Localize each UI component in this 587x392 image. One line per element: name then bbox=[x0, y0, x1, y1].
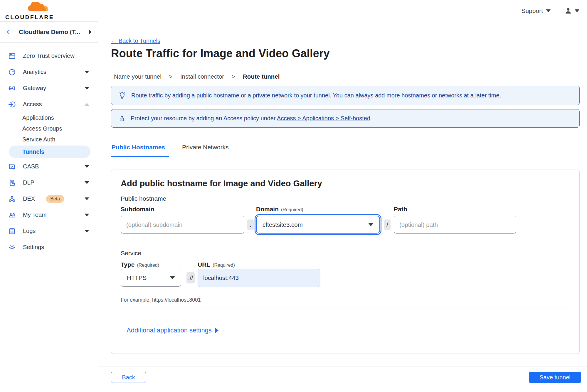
save-tunnel-button[interactable]: Save tunnel bbox=[529, 372, 581, 383]
required-hint: (Required) bbox=[213, 263, 235, 268]
document-lock-icon bbox=[8, 178, 16, 187]
sidebar-item-access-groups[interactable]: Access Groups bbox=[0, 123, 98, 134]
url-label-text: URL bbox=[198, 261, 210, 268]
back-to-tunnels-link[interactable]: ← Back to Tunnels bbox=[111, 38, 160, 44]
subdomain-label-text: Subdomain bbox=[121, 206, 154, 212]
left-arrow-glyph: ← bbox=[111, 38, 117, 44]
chevron-down-icon bbox=[170, 276, 175, 279]
sidebar-item-label: CASB bbox=[23, 163, 39, 170]
sidebar-item-label: Logs bbox=[23, 228, 36, 234]
domain-select[interactable]: cftestsite3.com bbox=[256, 216, 380, 234]
chevron-right-icon bbox=[215, 328, 218, 333]
logs-list-icon bbox=[8, 227, 16, 236]
back-link-label: Back to Tunnels bbox=[119, 38, 160, 44]
sidebar-item-settings[interactable]: Settings bbox=[0, 239, 98, 255]
page-title: Route Traffic for Image and Video Galler… bbox=[111, 47, 330, 60]
service-url-input[interactable] bbox=[198, 269, 320, 287]
tab-bar: Public Hostnames Private Networks bbox=[111, 144, 580, 157]
chevron-down-icon bbox=[85, 165, 89, 168]
sidebar-item-gateway[interactable]: Gateway bbox=[0, 80, 98, 96]
casb-icon bbox=[8, 162, 16, 171]
sidebar-item-label: Gateway bbox=[23, 85, 46, 92]
main-content: ← Back to Tunnels Route Traffic for Imag… bbox=[99, 21, 587, 392]
step-name-your-tunnel[interactable]: Name your tunnel bbox=[114, 73, 162, 80]
sidebar-item-access[interactable]: Access bbox=[0, 96, 98, 112]
protect-text-prefix: Protect your resource by adding an Acces… bbox=[131, 115, 276, 121]
sidebar-item-logs[interactable]: Logs bbox=[0, 223, 98, 239]
path-input[interactable] bbox=[394, 216, 516, 234]
chevron-down-icon bbox=[575, 9, 579, 12]
service-section-label: Service bbox=[121, 250, 141, 257]
additional-settings-label: Additional application settings bbox=[127, 327, 212, 334]
sidebar-item-label: Applications bbox=[22, 114, 54, 121]
sidebar-item-my-team[interactable]: My Team bbox=[0, 207, 98, 223]
sidebar: Cloudflare Demo (T... Zero Trust overvie… bbox=[0, 21, 98, 392]
back-arrow-icon bbox=[6, 28, 14, 36]
support-label: Support bbox=[521, 7, 543, 14]
sidebar-item-label: DEX bbox=[23, 195, 35, 202]
sidebar-item-label: Service Auth bbox=[22, 136, 55, 143]
sidebar-item-label: DLP bbox=[23, 179, 34, 186]
chevron-down-icon bbox=[85, 71, 89, 73]
info-banner-route-traffic: Route traffic by adding a public hostnam… bbox=[111, 86, 580, 105]
gear-icon bbox=[8, 243, 16, 252]
team-people-icon bbox=[8, 211, 16, 219]
cloudflare-wordmark: CLOUDFLARE bbox=[5, 14, 54, 21]
sidebar-item-zero-trust-overview[interactable]: Zero Trust overview bbox=[0, 48, 98, 64]
card-heading: Add public hostname for Image and Video … bbox=[121, 179, 322, 188]
beta-badge: Beta bbox=[46, 195, 64, 203]
dot-separator: . bbox=[247, 219, 254, 230]
chevron-down-icon bbox=[368, 223, 374, 226]
type-label: Type(Required) bbox=[121, 261, 159, 268]
required-hint: (Required) bbox=[281, 207, 303, 212]
breadcrumb-separator: > bbox=[232, 73, 235, 80]
tab-public-hostnames[interactable]: Public Hostnames bbox=[111, 144, 169, 157]
path-label: Path bbox=[394, 206, 407, 213]
chevron-down-icon bbox=[85, 181, 89, 184]
protect-text-suffix: . bbox=[370, 115, 372, 121]
browser-window-icon bbox=[8, 52, 16, 60]
sidebar-item-casb[interactable]: CASB bbox=[0, 158, 98, 175]
public-hostname-card: Add public hostname for Image and Video … bbox=[111, 170, 580, 354]
chevron-down-icon bbox=[85, 230, 89, 232]
back-button[interactable]: Back bbox=[111, 372, 146, 383]
sidebar-item-applications[interactable]: Applications bbox=[0, 112, 98, 123]
chevron-down-icon bbox=[85, 214, 89, 216]
page: CLOUDFLARE Support bbox=[0, 0, 587, 392]
top-bar: CLOUDFLARE Support bbox=[0, 0, 587, 21]
subdomain-input[interactable] bbox=[121, 216, 244, 234]
breadcrumb: Name your tunnel > Install connector > R… bbox=[114, 73, 280, 80]
support-menu[interactable]: Support bbox=[521, 7, 551, 14]
protect-banner-text: Protect your resource by adding an Acces… bbox=[131, 115, 372, 122]
subdomain-label: Subdomain bbox=[121, 206, 154, 213]
sidebar-item-tunnels[interactable]: Tunnels bbox=[9, 146, 90, 158]
required-hint: (Required) bbox=[137, 263, 159, 268]
sidebar-item-dlp[interactable]: DLP bbox=[0, 175, 98, 191]
info-banner-protect: Protect your resource by adding an Acces… bbox=[111, 109, 580, 128]
step-install-connector[interactable]: Install connector bbox=[180, 73, 224, 80]
additional-application-settings-link[interactable]: Additional application settings bbox=[127, 327, 218, 334]
public-hostname-section-label: Public hostname bbox=[121, 195, 166, 202]
sidebar-item-dex[interactable]: DEX Beta bbox=[0, 191, 98, 207]
sidebar-nav: Zero Trust overview Analytics Gateway bbox=[0, 43, 98, 259]
sidebar-item-service-auth[interactable]: Service Auth bbox=[0, 134, 98, 145]
service-type-select[interactable]: HTTPS bbox=[121, 269, 181, 287]
sidebar-item-analytics[interactable]: Analytics bbox=[0, 64, 98, 80]
sidebar-item-label: Settings bbox=[23, 244, 44, 251]
team-switcher[interactable]: Cloudflare Demo (T... bbox=[0, 21, 98, 43]
user-icon bbox=[564, 7, 572, 15]
chevron-up-icon bbox=[85, 103, 89, 106]
access-applications-self-hosted-link[interactable]: Access > Applications > Self-hosted bbox=[277, 115, 370, 121]
scheme-separator: :// bbox=[186, 272, 195, 283]
sidebar-item-label: Tunnels bbox=[22, 148, 44, 155]
dex-nodes-icon bbox=[8, 195, 16, 203]
user-menu[interactable] bbox=[564, 7, 579, 15]
tab-private-networks[interactable]: Private Networks bbox=[182, 144, 229, 157]
cloudflare-cloud-icon bbox=[26, 2, 52, 15]
type-label-text: Type bbox=[121, 261, 134, 268]
domain-selected-value: cftestsite3.com bbox=[263, 221, 303, 228]
card-divider bbox=[121, 308, 571, 308]
cloudflare-logo[interactable]: CLOUDFLARE bbox=[5, 1, 58, 21]
sidebar-item-label: Access bbox=[23, 101, 42, 108]
info-banner-text: Route traffic by adding a public hostnam… bbox=[131, 92, 501, 99]
